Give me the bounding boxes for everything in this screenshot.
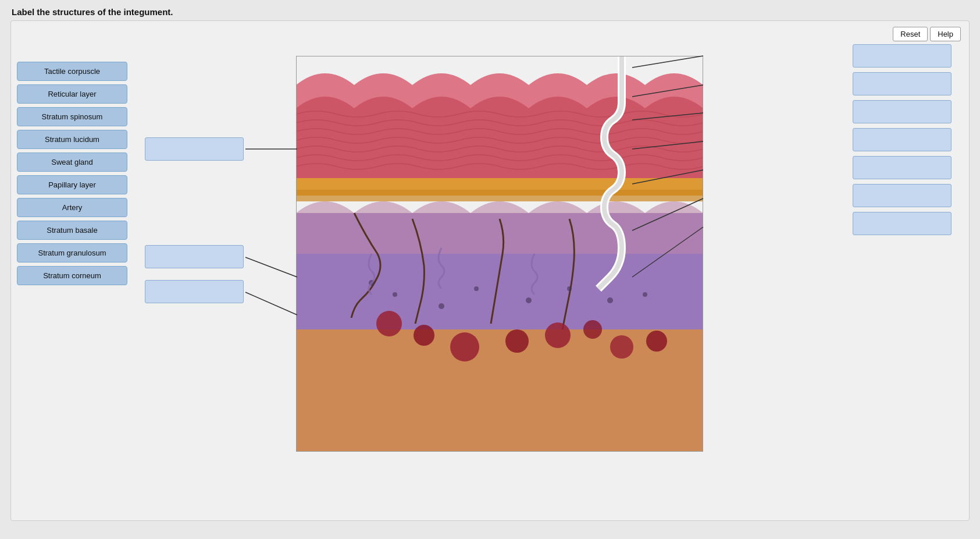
right-label-box-2[interactable]	[853, 72, 952, 95]
term-btn-0[interactable]: Tactile corpuscle	[17, 62, 127, 81]
main-container: Reset Help Tactile corpuscle Reticular l…	[10, 20, 970, 521]
diagram-wrapper	[133, 27, 963, 504]
svg-point-8	[545, 322, 571, 348]
svg-point-19	[643, 292, 647, 297]
right-label-box-4[interactable]	[853, 128, 952, 151]
right-label-box-6[interactable]	[853, 184, 952, 207]
right-label-box-3[interactable]	[853, 100, 952, 123]
page-title: Label the structures of the integument.	[0, 0, 980, 20]
term-btn-6[interactable]: Artery	[17, 198, 127, 217]
svg-line-22	[245, 257, 297, 277]
left-label-box-2[interactable]	[145, 245, 244, 268]
svg-point-14	[439, 303, 444, 309]
svg-point-4	[376, 311, 402, 336]
right-label-box-7[interactable]	[853, 212, 952, 235]
left-label-box-3[interactable]	[145, 280, 244, 303]
svg-rect-3	[296, 190, 703, 201]
svg-point-16	[526, 297, 532, 303]
right-label-box-5[interactable]	[853, 156, 952, 179]
left-label-box-1[interactable]	[145, 137, 244, 161]
skin-illustration	[296, 56, 703, 452]
term-btn-9[interactable]: Stratum corneum	[17, 266, 127, 285]
term-btn-8[interactable]: Stratum granulosum	[17, 243, 127, 263]
svg-point-13	[393, 292, 397, 297]
right-label-box-1[interactable]	[853, 44, 952, 68]
right-label-boxes	[853, 44, 952, 235]
term-list: Tactile corpuscle Reticular layer Stratu…	[17, 27, 127, 285]
term-btn-7[interactable]: Stratum basale	[17, 221, 127, 240]
term-btn-2[interactable]: Stratum spinosum	[17, 107, 127, 126]
svg-point-10	[610, 335, 633, 359]
svg-point-17	[567, 286, 572, 291]
svg-line-23	[245, 292, 297, 315]
svg-point-7	[505, 329, 529, 353]
content-area: Tactile corpuscle Reticular layer Stratu…	[17, 27, 963, 515]
term-btn-3[interactable]: Stratum lucidum	[17, 130, 127, 149]
svg-point-15	[474, 286, 479, 291]
term-btn-4[interactable]: Sweat gland	[17, 153, 127, 172]
svg-point-18	[607, 297, 613, 303]
term-btn-5[interactable]: Papillary layer	[17, 175, 127, 194]
svg-point-5	[414, 325, 434, 346]
svg-point-6	[450, 332, 479, 361]
term-btn-1[interactable]: Reticular layer	[17, 84, 127, 104]
svg-point-9	[583, 320, 602, 339]
svg-point-11	[646, 331, 667, 352]
